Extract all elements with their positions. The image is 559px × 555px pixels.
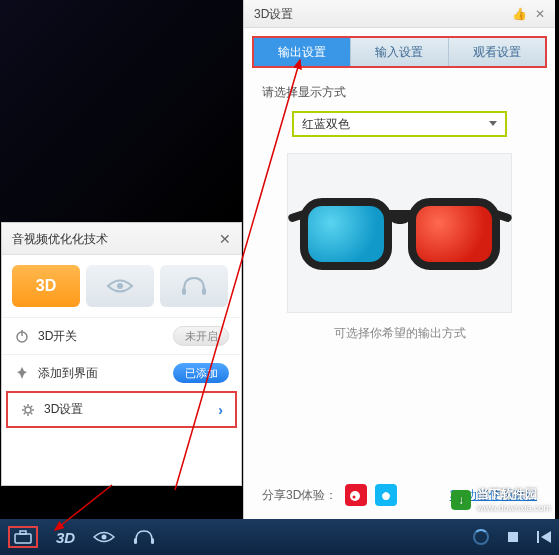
- mode-audio-button[interactable]: [160, 265, 228, 307]
- watermark-url: www.downxia.com: [477, 503, 551, 513]
- svg-rect-2: [202, 288, 206, 295]
- watermark-text: 当下软件园: [477, 486, 551, 503]
- select-prompt: 请选择显示方式: [262, 84, 537, 101]
- close-icon[interactable]: ✕: [535, 0, 545, 28]
- tab-output[interactable]: 输出设置: [254, 38, 350, 66]
- close-icon[interactable]: ✕: [219, 223, 231, 255]
- svg-rect-14: [537, 531, 539, 543]
- mode-icon-row: 3D: [2, 255, 241, 317]
- svg-rect-9: [20, 531, 26, 534]
- prev-button[interactable]: [537, 531, 551, 543]
- pin-icon: [14, 365, 30, 381]
- headphone-icon: [180, 276, 208, 296]
- tencent-icon[interactable]: [375, 484, 397, 506]
- watermark-badge-icon: ↓: [451, 490, 471, 510]
- select-value: 红蓝双色: [302, 116, 350, 133]
- panel-titlebar: 3D设置 👍 ✕: [244, 0, 555, 28]
- chevron-right-icon: ›: [218, 402, 223, 418]
- eye-icon: [93, 530, 115, 544]
- settings-panel-3d: 3D设置 👍 ✕ 输出设置 输入设置 观看设置 请选择显示方式 红蓝双色: [243, 0, 555, 520]
- share-label: 分享3D体验：: [262, 487, 337, 504]
- svg-rect-8: [15, 534, 31, 543]
- row-3d-settings[interactable]: 3D设置 ›: [6, 391, 237, 428]
- power-icon: [14, 328, 30, 344]
- toolbar-3d-button[interactable]: 3D: [56, 529, 75, 546]
- svg-point-10: [102, 535, 107, 540]
- gear-icon: [20, 402, 36, 418]
- stop-icon: [507, 531, 519, 543]
- svg-rect-12: [151, 538, 154, 544]
- row-add-to-ui[interactable]: 添加到界面 已添加: [2, 354, 241, 391]
- briefcase-icon: [14, 530, 32, 544]
- panel-title: 音视频优化化技术: [12, 223, 108, 255]
- prev-icon: [537, 531, 551, 543]
- watermark: ↓ 当下软件园 www.downxia.com: [451, 486, 551, 513]
- weibo-icon[interactable]: [345, 484, 367, 506]
- mode-3d-button[interactable]: 3D: [12, 265, 80, 307]
- video-preview-area: [0, 0, 243, 222]
- toolbar-eye-button[interactable]: [93, 530, 115, 544]
- eye-icon: [106, 277, 134, 295]
- added-status-pill[interactable]: 已添加: [173, 363, 229, 383]
- display-mode-select[interactable]: 红蓝双色: [292, 111, 507, 137]
- svg-point-0: [117, 283, 123, 289]
- svg-rect-13: [508, 532, 518, 542]
- tab-view[interactable]: 观看设置: [448, 38, 545, 66]
- chevron-down-icon: [489, 121, 497, 126]
- settings-tabs: 输出设置 输入设置 观看设置: [254, 38, 545, 66]
- stop-button[interactable]: [507, 531, 519, 543]
- description-text: 可选择你希望的输出方式: [262, 325, 537, 342]
- tabs-highlight-box: 输出设置 输入设置 观看设置: [252, 36, 547, 68]
- mode-eye-button[interactable]: [86, 265, 154, 307]
- panel-body: 请选择显示方式 红蓝双色 可选择你希望的输出方式: [244, 68, 555, 358]
- glasses-3d-icon: [300, 188, 500, 278]
- thumbs-up-icon[interactable]: 👍: [512, 0, 527, 28]
- av-optimization-panel: 音视频优化化技术 ✕ 3D 3D开关 未开启 添加到界面 已添加 3D设置 ›: [1, 222, 242, 486]
- row-label: 3D开关: [38, 328, 165, 345]
- switch-status-pill[interactable]: 未开启: [173, 326, 229, 346]
- svg-point-5: [25, 407, 31, 413]
- row-label: 3D设置: [44, 401, 210, 418]
- glasses-preview: [287, 153, 512, 313]
- toolbar-audio-button[interactable]: [133, 529, 155, 545]
- loading-spinner-icon: [473, 529, 489, 545]
- toolbox-button[interactable]: [8, 526, 38, 548]
- panel-header: 音视频优化化技术 ✕: [2, 223, 241, 255]
- svg-rect-1: [182, 288, 186, 295]
- player-toolbar: 3D: [0, 519, 559, 555]
- row-3d-switch[interactable]: 3D开关 未开启: [2, 317, 241, 354]
- headphone-icon: [133, 529, 155, 545]
- row-label: 添加到界面: [38, 365, 165, 382]
- svg-rect-11: [134, 538, 137, 544]
- panel-title: 3D设置: [254, 0, 293, 28]
- titlebar-controls: 👍 ✕: [512, 0, 545, 28]
- svg-point-7: [353, 496, 356, 499]
- tab-input[interactable]: 输入设置: [350, 38, 447, 66]
